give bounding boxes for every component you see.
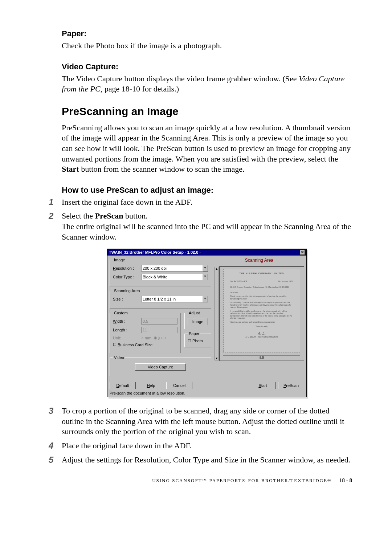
colortype-value[interactable]: [141, 274, 202, 280]
step-num: 1: [49, 197, 62, 208]
steps-list: 1 Insert the original face down in the A…: [49, 197, 352, 242]
video-group: Video Video Capture: [110, 355, 211, 376]
preview-scrollbar[interactable]: ▲ ▼: [215, 267, 219, 360]
scanning-area-title: Scanning Area: [214, 258, 304, 263]
titlebar[interactable]: TWAIN_32 Brother MFLPro Color Setup - 1.…: [107, 249, 306, 256]
footer-text: USING SCANSOFT™ PAPERPORT® FOR BROTHER/T…: [152, 478, 332, 483]
size-label: Size :: [113, 297, 141, 301]
step-body: Adjust the settings for Resolution, Colo…: [62, 455, 352, 465]
statusbar: Pre-scan the document at a low resolutio…: [107, 390, 306, 397]
video-capture-body: The Video Capture button displays the vi…: [62, 74, 352, 94]
video-capture-body-post: , page 18-10 for details.): [101, 84, 179, 93]
step-num: 5: [49, 455, 62, 465]
bcard-label: Business Card Size: [118, 343, 152, 347]
photo-label: Photo: [192, 339, 203, 343]
scroll-down-icon[interactable]: ▼: [215, 357, 219, 360]
steps-list-cont: 3 To crop a portion of the original to b…: [49, 406, 352, 465]
preview-p4: I trust you are well and look forward to…: [230, 321, 293, 323]
size-combo[interactable]: ▼: [141, 296, 208, 302]
preview-p1: Thank you so much for taking the opportu…: [230, 295, 293, 300]
step-num: 4: [49, 441, 62, 451]
step-2: 2 Select the PreScan button. The entire …: [49, 211, 352, 242]
custom-legend: Custom: [113, 311, 129, 315]
bcard-checkbox[interactable]: ☐: [113, 342, 117, 347]
chevron-down-icon[interactable]: ▼: [202, 274, 208, 280]
resolution-combo[interactable]: ▼: [141, 265, 208, 272]
photo-checkbox[interactable]: ☐: [188, 339, 191, 343]
start-button[interactable]: Start: [250, 382, 276, 389]
scanningarea-group: Scanning Area Size : ▼: [110, 289, 211, 309]
preview-salute: Dear Bob,: [230, 291, 293, 294]
step-body: To crop a portion of the original to be …: [62, 406, 352, 437]
video-legend: Video: [113, 355, 125, 360]
image-group-legend: Image: [113, 258, 126, 262]
step-body-suffix: button.: [123, 211, 147, 220]
unit-label: Unit:: [113, 336, 141, 340]
adjust-legend: Adjust: [188, 311, 201, 315]
preview-sigline2: MANAGING DIRECTOR: [258, 336, 278, 338]
help-button[interactable]: Help: [138, 382, 164, 389]
preview-document[interactable]: THE HIBERNI COMPANY LIMITED Our Ref. HS/…: [223, 269, 300, 352]
preview-ourref: Our Ref. HS/Fax/ASL: [230, 280, 248, 283]
step-5: 5 Adjust the settings for Resolution, Co…: [49, 455, 352, 465]
video-capture-button[interactable]: Video Capture: [135, 363, 186, 371]
step-body-prefix: Select the: [62, 211, 95, 220]
colortype-label: Color Type :: [113, 275, 141, 279]
step-body: Insert the original face down in the ADF…: [62, 197, 352, 208]
preview-date: 8th January, 1971.: [278, 280, 293, 283]
size-value[interactable]: [141, 296, 202, 302]
video-capture-body-pre: The Video Capture button displays the vi…: [62, 74, 299, 83]
preview-letterhead: THE HIBERNI COMPANY LIMITED: [230, 272, 293, 275]
width-label: Width :: [113, 319, 141, 323]
preview-ruler: 8.5: [223, 355, 300, 360]
paper-heading: Paper:: [62, 29, 352, 38]
paper-body: Check the Photo box if the image is a ph…: [62, 41, 352, 51]
default-button[interactable]: Default: [110, 382, 136, 389]
close-icon[interactable]: ✕: [300, 250, 305, 255]
length-label: Length :: [113, 328, 141, 332]
paper-group: Paper ☐ Photo: [184, 331, 211, 347]
step-num: 3: [49, 406, 62, 437]
preview-canvas[interactable]: ▲ ▼ THE HIBERNI COMPANY LIMITED Our Ref.…: [219, 266, 304, 361]
preview-sigline1: A. L. SMART: [245, 336, 256, 338]
step-3: 3 To crop a portion of the original to b…: [49, 406, 352, 437]
preview-signature: A. L.: [230, 331, 293, 336]
step-body-extra: The entire original will be scanned into…: [62, 222, 351, 241]
step-body: Select the PreScan button. The entire or…: [62, 211, 352, 242]
step-4: 4 Place the original face down in the AD…: [49, 441, 352, 451]
scroll-up-icon[interactable]: ▲: [215, 267, 219, 270]
resolution-value[interactable]: [141, 265, 202, 272]
footer-page: 18 - 8: [339, 477, 352, 483]
twain-dialog: TWAIN_32 Brother MFLPro Color Setup - 1.…: [107, 249, 307, 397]
length-field: [141, 327, 177, 333]
preview-close: Yours sincerely,: [230, 325, 293, 328]
resolution-label: Resolution :: [113, 266, 141, 270]
prescanning-heading: PreScanning an Image: [62, 105, 352, 118]
preview-addr: Mr. J.R. Craven, Roseleigh, Britley Aven…: [230, 286, 293, 289]
prescanning-body: PreScanning allows you to scan an image …: [62, 123, 352, 175]
preview-p2: Unfortunately, I unexpectedly managed to…: [230, 301, 293, 309]
width-field: [141, 318, 177, 325]
unit-inch-radio: ◉ inch: [154, 335, 166, 340]
photo-checkbox-row: ☐ Photo: [188, 339, 208, 343]
custom-group: Custom Width : Length : Unit: ○ mm ◉ inc…: [110, 311, 181, 353]
image-adjust-button[interactable]: Image: [188, 318, 208, 325]
unit-mm-radio: ○ mm: [141, 336, 151, 340]
page-footer: USING SCANSOFT™ PAPERPORT® FOR BROTHER/T…: [62, 477, 352, 483]
video-capture-heading: Video Capture:: [62, 62, 352, 72]
prescan-button[interactable]: PreScan: [278, 382, 304, 389]
paper-legend: Paper: [188, 331, 200, 336]
chevron-down-icon[interactable]: ▼: [202, 296, 208, 302]
step-1: 1 Insert the original face down in the A…: [49, 197, 352, 208]
cancel-button[interactable]: Cancel: [166, 382, 192, 389]
step-num: 2: [49, 211, 62, 242]
scanningarea-legend: Scanning Area: [113, 289, 141, 293]
preview-p3: If you would like to add a small order o…: [230, 310, 293, 319]
step-body-bold: PreScan: [95, 211, 123, 220]
start-bold: Start: [62, 164, 79, 174]
howto-heading: How to use PreScan to adjust an image:: [62, 185, 352, 195]
step-body: Place the original face down in the ADF.: [62, 441, 352, 451]
title-text: TWAIN_32 Brother MFLPro Color Setup - 1.…: [109, 250, 201, 254]
colortype-combo[interactable]: ▼: [141, 274, 208, 280]
chevron-down-icon[interactable]: ▼: [202, 265, 208, 272]
